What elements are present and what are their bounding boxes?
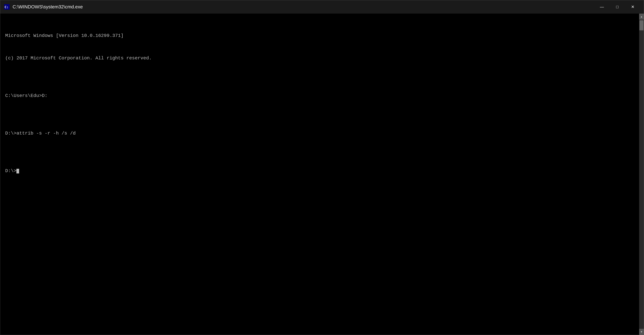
svg-text:C:: C: (4, 5, 8, 9)
console-area[interactable]: Microsoft Windows [Version 10.0.16299.37… (0, 14, 644, 335)
scrollbar-down-button[interactable]: ▼ (639, 329, 644, 335)
cmd-icon: C: (4, 4, 10, 10)
close-button[interactable]: ✕ (625, 0, 640, 14)
cmd-window: C: C:\WINDOWS\system32\cmd.exe — □ ✕ Mic… (0, 0, 644, 335)
window-title: C:\WINDOWS\system32\cmd.exe (12, 4, 83, 10)
title-bar-left: C: C:\WINDOWS\system32\cmd.exe (4, 4, 83, 10)
cursor (16, 169, 19, 174)
minimize-button[interactable]: — (594, 0, 610, 14)
console-line-4: C:\Users\Edu>D: (5, 92, 639, 100)
console-line-2: (c) 2017 Microsoft Corporation. All righ… (5, 54, 639, 62)
maximize-button[interactable]: □ (610, 0, 625, 14)
scrollbar-thumb[interactable] (640, 20, 644, 30)
window-controls: — □ ✕ (594, 0, 640, 14)
scrollbar-track: ▲ ▼ (639, 14, 644, 335)
console-line-8: D:\> (5, 167, 639, 175)
scrollbar-up-button[interactable]: ▲ (639, 14, 644, 20)
title-bar: C: C:\WINDOWS\system32\cmd.exe — □ ✕ (0, 0, 644, 14)
console-line-1: Microsoft Windows [Version 10.0.16299.37… (5, 32, 639, 40)
console-line-6: D:\>attrib -s -r -h /s /d (5, 130, 639, 137)
